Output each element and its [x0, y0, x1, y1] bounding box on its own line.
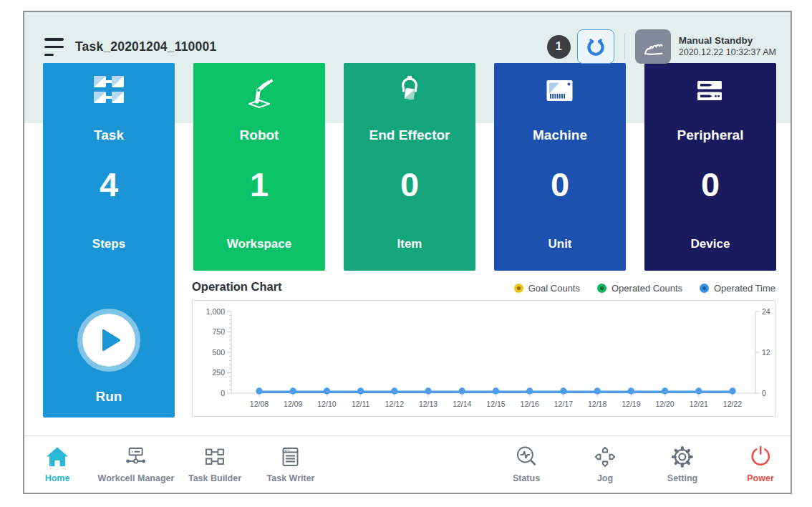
card-unit: Steps [43, 237, 175, 251]
card-unit: Item [344, 237, 475, 251]
notification-badge: 1 [547, 35, 571, 59]
svg-text:12: 12 [762, 348, 770, 357]
task-builder-icon [202, 444, 228, 470]
legend-goal-counts: Goal Counts [514, 283, 580, 294]
svg-text:12/11: 12/11 [352, 400, 370, 408]
chart-legend: Goal Counts Operated Counts Operated Tim… [514, 283, 775, 294]
operated-counts-dot-icon [597, 284, 606, 293]
nav-setting[interactable]: Setting [667, 444, 697, 483]
svg-text:750: 750 [212, 327, 225, 336]
nav-power[interactable]: Power [747, 444, 774, 483]
card-peripheral[interactable]: Peripheral 0 Device [644, 63, 776, 271]
nav-label: Jog [597, 473, 613, 483]
legend-operated-counts: Operated Counts [597, 283, 682, 294]
svg-text:0: 0 [221, 389, 225, 397]
menu-bar [44, 38, 64, 41]
robot-status: Manual Standby 2020.12.22 10:32:37 AM [679, 35, 776, 59]
menu-bar [44, 54, 54, 57]
card-title: Peripheral [644, 127, 776, 143]
operated-time-dot-icon [700, 284, 709, 293]
card-value: 0 [344, 168, 475, 201]
datetime-label: 2020.12.22 10:32:37 AM [679, 47, 776, 59]
card-task[interactable]: Task 4 Steps Run [43, 63, 175, 417]
hand-icon [640, 34, 666, 59]
power-icon [748, 444, 773, 470]
chart-title: Operation Chart [192, 280, 282, 294]
card-unit: Device [644, 237, 776, 251]
svg-text:12/09: 12/09 [284, 400, 302, 408]
rotate-icon [586, 37, 606, 57]
svg-text:500: 500 [212, 348, 225, 357]
nav-label: Setting [667, 473, 697, 483]
task-icon [92, 74, 126, 105]
nav-task-writer[interactable]: Task Writer [267, 444, 315, 483]
jog-icon [592, 444, 618, 470]
goal-counts-dot-icon [514, 284, 523, 293]
status-icon [513, 444, 539, 470]
svg-text:12/13: 12/13 [419, 400, 438, 408]
svg-text:12/14: 12/14 [453, 400, 471, 408]
svg-text:12/17: 12/17 [554, 400, 573, 408]
card-end-effector[interactable]: End Effector 0 Item [344, 63, 475, 271]
menu-bar [44, 46, 64, 49]
svg-text:12/15: 12/15 [486, 400, 505, 408]
svg-text:24: 24 [762, 307, 770, 316]
nav-task-builder[interactable]: Task Builder [188, 444, 241, 483]
manual-mode-tile[interactable] [635, 29, 671, 64]
svg-text:12/18: 12/18 [588, 400, 606, 408]
task-writer-icon [278, 444, 304, 470]
nav-label: Power [747, 473, 774, 483]
legend-operated-time: Operated Time [700, 283, 775, 294]
nav-home[interactable]: Home [44, 444, 70, 483]
card-machine[interactable]: Machine 0 Unit [494, 63, 626, 271]
operation-chart-panel: 1,00075050025002412012/0812/0912/1012/11… [192, 300, 775, 417]
legend-label: Goal Counts [528, 283, 580, 294]
setting-icon [670, 444, 695, 470]
card-title: Machine [494, 127, 626, 143]
nav-workcell-manager[interactable]: Workcell Manager [98, 444, 175, 483]
svg-text:12/16: 12/16 [521, 400, 539, 408]
svg-text:12/12: 12/12 [385, 400, 404, 408]
card-title: Robot [193, 127, 325, 143]
run-button[interactable] [77, 309, 140, 372]
operation-chart: 1,00075050025002412012/0812/0912/1012/11… [193, 301, 775, 416]
card-unit: Unit [494, 237, 626, 251]
rotate-button[interactable] [577, 29, 614, 64]
svg-text:12/22: 12/22 [723, 400, 742, 408]
peripheral-icon [693, 74, 728, 107]
top-bar: Task_20201204_110001 1 Manual Standby 20… [44, 26, 776, 67]
card-unit: Workspace [193, 237, 325, 251]
play-icon [100, 328, 122, 352]
card-value: 0 [494, 168, 626, 201]
card-value: 1 [193, 168, 325, 201]
svg-text:250: 250 [212, 368, 225, 377]
legend-label: Operated Time [714, 283, 775, 294]
robot-icon [242, 74, 276, 110]
svg-text:0: 0 [762, 389, 766, 397]
run-label: Run [43, 389, 175, 405]
nav-label: Home [45, 473, 70, 483]
machine-icon [543, 74, 577, 107]
nav-jog[interactable]: Jog [592, 444, 618, 483]
card-title: End Effector [344, 127, 475, 143]
legend-label: Operated Counts [612, 283, 682, 294]
nav-label: Status [513, 473, 540, 483]
end-effector-icon [392, 74, 427, 110]
nav-label: Task Writer [267, 473, 315, 483]
svg-text:1,000: 1,000 [206, 307, 225, 316]
home-icon [44, 444, 70, 470]
nav-label: Task Builder [188, 473, 241, 483]
svg-text:12/10: 12/10 [317, 400, 336, 408]
divider [624, 34, 625, 59]
nav-status[interactable]: Status [513, 444, 540, 483]
task-title: Task_20201204_110001 [75, 39, 216, 54]
svg-text:12/08: 12/08 [250, 400, 269, 408]
workcell-manager-icon [123, 444, 149, 470]
svg-text:12/19: 12/19 [622, 400, 640, 408]
mode-label: Manual Standby [679, 35, 776, 47]
card-robot[interactable]: Robot 1 Workspace [193, 63, 325, 271]
bottom-nav: Home Workcell Manager [24, 436, 791, 493]
card-title: Task [43, 127, 175, 143]
svg-text:12/21: 12/21 [690, 400, 708, 408]
menu-button[interactable] [44, 37, 66, 56]
